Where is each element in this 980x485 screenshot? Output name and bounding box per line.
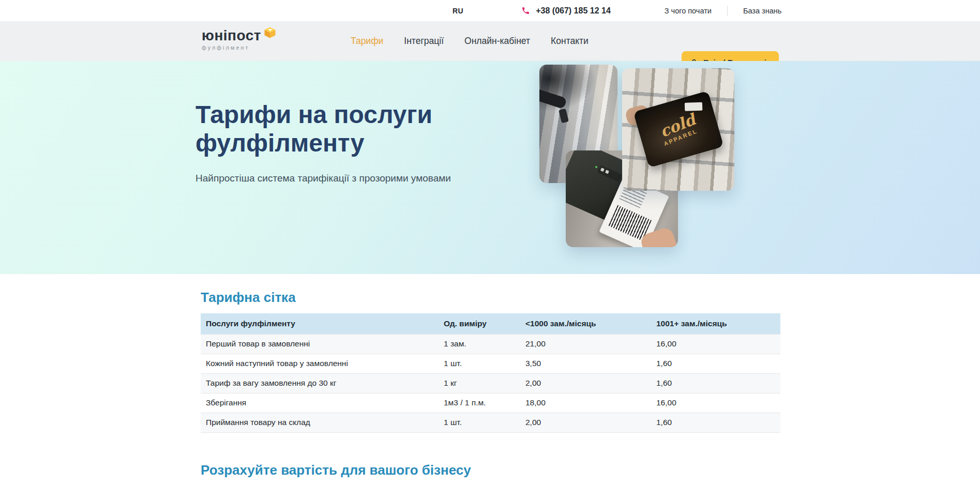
cell-price-low: 2,00 <box>520 413 651 432</box>
printer-led <box>595 165 597 168</box>
photo-parcel-apparel: cold APPAREL <box>622 68 734 191</box>
table-header-row: Послуги фулфілменту Од. виміру <1000 зам… <box>201 313 780 334</box>
cell-service: Перший товар в замовленні <box>201 334 439 354</box>
nav-item-integrations[interactable]: Інтеграції <box>404 36 444 47</box>
cell-price-high: 1,60 <box>651 373 780 393</box>
nav-item-tariffs[interactable]: Тарифи <box>351 36 383 47</box>
cell-price-low: 18,00 <box>520 393 651 413</box>
pricing-section-title: Тарифна сітка <box>201 274 980 306</box>
calculator-section-title: Розрахуйте вартість для вашого бізнесу <box>201 462 980 478</box>
main-nav: Тарифи Інтеграції Онлайн-кабінет Контакт… <box>351 21 609 61</box>
cell-service: Тариф за вагу замовлення до 30 кг <box>201 373 439 393</box>
main-content: Тарифна сітка Послуги фулфілменту Од. ви… <box>0 274 980 478</box>
table-row: Зберігання 1м3 / 1 п.м. 18,00 16,00 <box>201 393 780 413</box>
phone-link[interactable]: +38 (067) 185 12 14 <box>521 6 611 16</box>
cell-service: Зберігання <box>201 393 439 413</box>
topbar: RU +38 (067) 185 12 14 З чого почати Баз… <box>0 0 980 21</box>
pricing-table: Послуги фулфілменту Од. виміру <1000 зам… <box>201 313 780 433</box>
logo[interactable]: юніпост фулфілмент <box>202 28 276 51</box>
page-title: Тарифи на послуги фулфілменту <box>195 101 485 157</box>
phone-number: +38 (067) 185 12 14 <box>536 6 611 16</box>
table-row: Кожний наступний товар у замовленні 1 шт… <box>201 354 780 373</box>
logo-wordmark: юніпост <box>202 28 261 43</box>
cell-price-high: 1,60 <box>651 354 780 373</box>
hero-section: Тарифи на послуги фулфілменту Найпростіш… <box>0 61 980 274</box>
parcel-shipping-label <box>685 102 703 111</box>
cell-price-high: 1,60 <box>651 413 780 432</box>
nav-item-online-cabinet[interactable]: Онлайн-кабінет <box>464 36 530 47</box>
phone-icon <box>521 6 530 15</box>
language-switcher[interactable]: RU <box>453 7 463 15</box>
table-row: Тариф за вагу замовлення до 30 кг 1 кг 2… <box>201 373 780 393</box>
topbar-divider <box>727 6 728 16</box>
col-header-over-1001: 1001+ зам./місяць <box>651 313 780 334</box>
cell-price-high: 16,00 <box>651 393 780 413</box>
col-header-under-1000: <1000 зам./місяць <box>520 313 651 334</box>
cell-unit: 1 зам. <box>439 334 520 354</box>
col-header-service: Послуги фулфілменту <box>201 313 439 334</box>
logo-tagline: фулфілмент <box>202 44 276 51</box>
barcode-scanner-shape <box>559 109 569 124</box>
topbar-link-getting-started[interactable]: З чого почати <box>665 7 712 15</box>
cell-unit: 1 кг <box>439 373 520 393</box>
cell-service: Кожний наступний товар у замовленні <box>201 354 439 373</box>
nav-item-contacts[interactable]: Контакти <box>551 36 589 47</box>
scanner-arm-shape <box>539 87 567 110</box>
cell-price-low: 21,00 <box>520 334 651 354</box>
cell-price-low: 3,50 <box>520 354 651 373</box>
cell-service: Приймання товару на склад <box>201 413 439 432</box>
site-header: юніпост фулфілмент Тарифи Інтеграції Онл… <box>0 21 980 61</box>
page-subtitle: Найпростіша система тарифікації з прозор… <box>195 173 451 184</box>
table-row: Перший товар в замовленні 1 зам. 21,00 1… <box>201 334 780 354</box>
cell-unit: 1 шт. <box>439 413 520 432</box>
cell-price-high: 16,00 <box>651 334 780 354</box>
cube-icon <box>264 26 276 39</box>
topbar-link-knowledge-base[interactable]: База знань <box>743 7 781 15</box>
cell-unit: 1м3 / 1 п.м. <box>439 393 520 413</box>
black-parcel: cold APPAREL <box>633 90 723 168</box>
col-header-unit: Од. виміру <box>439 313 520 334</box>
cell-unit: 1 шт. <box>439 354 520 373</box>
table-row: Приймання товару на склад 1 шт. 2,00 1,6… <box>201 413 780 432</box>
cell-price-low: 2,00 <box>520 373 651 393</box>
